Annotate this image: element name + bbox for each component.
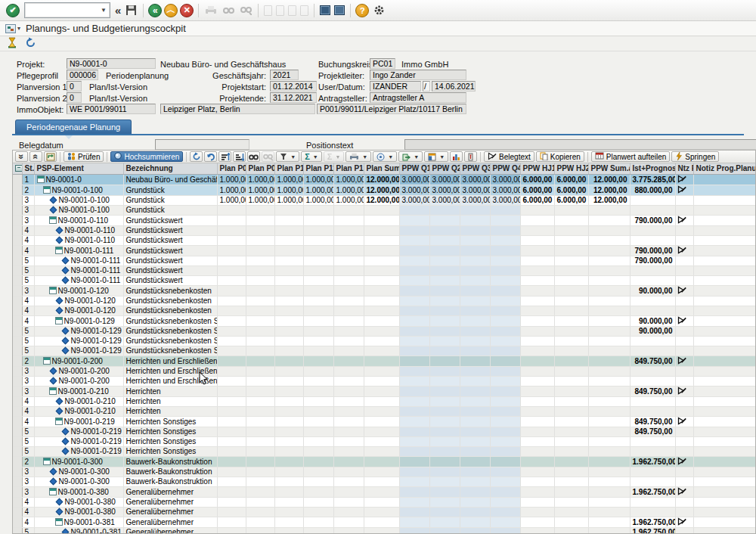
- value-cell[interactable]: [333, 517, 364, 527]
- value-cell[interactable]: [399, 336, 429, 346]
- value-cell[interactable]: [303, 436, 333, 446]
- value-cell[interactable]: [399, 386, 429, 396]
- value-cell[interactable]: [364, 456, 399, 467]
- ist-prognose-cell[interactable]: [630, 235, 675, 245]
- value-cell[interactable]: [490, 366, 520, 376]
- row-select-cell[interactable]: [13, 275, 22, 285]
- value-cell[interactable]: [429, 336, 460, 346]
- value-cell[interactable]: [217, 467, 246, 477]
- value-cell[interactable]: [588, 467, 630, 477]
- bezeichnung-cell[interactable]: Grundstückswert: [123, 275, 217, 285]
- notiz-cell[interactable]: [693, 446, 756, 456]
- value-cell[interactable]: [217, 306, 246, 315]
- table-row[interactable]: 4N9-0001-0-210Herrichten: [13, 396, 756, 406]
- value-cell[interactable]: 1.000,00: [274, 195, 303, 205]
- value-cell[interactable]: 1.000,00: [333, 174, 364, 185]
- value-cell[interactable]: [460, 486, 490, 497]
- psp-cell[interactable]: N9-0001-0-381: [34, 517, 123, 527]
- value-cell[interactable]: [554, 275, 588, 285]
- value-cell[interactable]: [520, 396, 554, 406]
- value-cell[interactable]: 12.000,00: [364, 174, 399, 185]
- value-cell[interactable]: [246, 336, 274, 346]
- row-select-cell[interactable]: [13, 386, 22, 396]
- table-row[interactable]: 5N9-0001-0-111Grundstückswert: [13, 275, 756, 285]
- row-select-cell[interactable]: [13, 245, 22, 256]
- value-cell[interactable]: [246, 486, 274, 497]
- value-cell[interactable]: [588, 306, 630, 315]
- value-cell[interactable]: [460, 285, 490, 296]
- row-select-cell[interactable]: [13, 326, 22, 336]
- value-cell[interactable]: [554, 436, 588, 446]
- value-cell[interactable]: [246, 507, 274, 517]
- value-cell[interactable]: [490, 315, 520, 326]
- value-cell[interactable]: [364, 467, 399, 477]
- col-ppw-q3[interactable]: PPW Q3: [460, 163, 490, 174]
- value-cell[interactable]: [490, 235, 520, 245]
- value-cell[interactable]: 1.000,00: [303, 185, 333, 195]
- value-cell[interactable]: [460, 306, 490, 315]
- value-cell[interactable]: [399, 315, 429, 326]
- psp-cell[interactable]: N9-0001-0-300: [34, 477, 123, 486]
- psp-cell[interactable]: N9-0001-0-200: [34, 376, 123, 386]
- col-bezeichnung[interactable]: Bezeichnung: [123, 163, 217, 174]
- value-cell[interactable]: [554, 346, 588, 355]
- value-cell[interactable]: [303, 235, 333, 245]
- value-cell[interactable]: [333, 355, 364, 366]
- value-cell[interactable]: [333, 396, 364, 406]
- value-cell[interactable]: [554, 427, 588, 436]
- value-cell[interactable]: [399, 366, 429, 376]
- ist-prognose-cell[interactable]: [630, 275, 675, 285]
- value-cell[interactable]: [429, 386, 460, 396]
- value-cell[interactable]: [588, 517, 630, 527]
- value-cell[interactable]: [460, 517, 490, 527]
- value-cell[interactable]: [246, 497, 274, 507]
- psp-cell[interactable]: N9-0001-0-380: [34, 497, 123, 507]
- value-cell[interactable]: [274, 366, 303, 376]
- row-select-cell[interactable]: [13, 406, 22, 416]
- value-cell[interactable]: [520, 306, 554, 315]
- value-cell[interactable]: [246, 215, 274, 225]
- value-cell[interactable]: [490, 296, 520, 306]
- value-cell[interactable]: [554, 396, 588, 406]
- value-cell[interactable]: [303, 396, 333, 406]
- psp-cell[interactable]: N9-0001-0-200: [34, 355, 123, 366]
- value-cell[interactable]: [333, 306, 364, 315]
- note-cell[interactable]: [675, 456, 693, 467]
- value-cell[interactable]: [554, 285, 588, 296]
- value-cell[interactable]: 1.000,00: [246, 185, 274, 195]
- value-cell[interactable]: [520, 245, 554, 256]
- value-cell[interactable]: [246, 205, 274, 215]
- value-cell[interactable]: [333, 296, 364, 306]
- value-cell[interactable]: [303, 406, 333, 416]
- value-cell[interactable]: 3.000,00: [490, 195, 520, 205]
- value-cell[interactable]: [520, 497, 554, 507]
- value-cell[interactable]: [554, 456, 588, 467]
- value-cell[interactable]: [429, 446, 460, 456]
- note-cell[interactable]: [675, 416, 693, 427]
- row-select-cell[interactable]: [13, 477, 22, 486]
- bezeichnung-cell[interactable]: Neubau Büro- und Geschäfts.: [123, 174, 217, 185]
- table-row[interactable]: 5N9-0001-0-219Herrichten Sonstiges: [13, 446, 756, 456]
- value-cell[interactable]: [588, 346, 630, 355]
- value-cell[interactable]: [554, 315, 588, 326]
- col-st[interactable]: St..: [22, 163, 34, 174]
- value-cell[interactable]: [364, 205, 399, 215]
- value-cell[interactable]: [554, 507, 588, 517]
- value-cell[interactable]: 6.000,00: [520, 195, 554, 205]
- value-cell[interactable]: 3.000,00: [429, 174, 460, 185]
- value-cell[interactable]: [274, 486, 303, 497]
- value-cell[interactable]: [364, 315, 399, 326]
- value-cell[interactable]: [554, 486, 588, 497]
- notiz-cell[interactable]: [693, 376, 756, 386]
- notiz-cell[interactable]: [693, 245, 756, 256]
- value-cell[interactable]: [303, 486, 333, 497]
- value-cell[interactable]: [274, 467, 303, 477]
- col-ppw-hj1[interactable]: PPW HJ1: [520, 163, 554, 174]
- value-cell[interactable]: [333, 416, 364, 427]
- adresse-field[interactable]: P001/99011/Leipziger Platz/10117 Berlin: [317, 104, 466, 114]
- value-cell[interactable]: [274, 456, 303, 467]
- value-cell[interactable]: [429, 355, 460, 366]
- value-cell[interactable]: [333, 477, 364, 486]
- col-ppw-q1[interactable]: PPW Q1: [399, 163, 429, 174]
- value-cell[interactable]: [554, 235, 588, 245]
